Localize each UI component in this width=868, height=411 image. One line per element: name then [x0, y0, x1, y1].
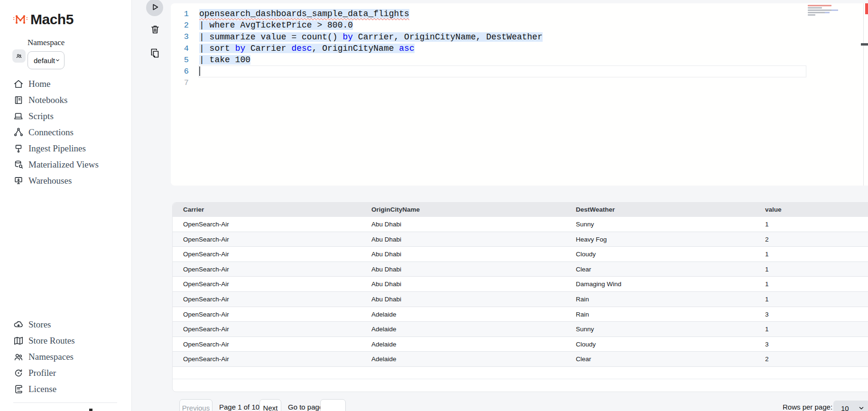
sidebar-item-label: Home — [28, 79, 50, 89]
sidebar-divider — [13, 402, 117, 403]
sidebar-item-notebooks[interactable]: Notebooks — [0, 92, 132, 108]
table-cell: Adelaide — [361, 307, 565, 322]
table-cell: Heavy Fog — [565, 232, 755, 247]
table-row[interactable]: OpenSearch-AirAbu DhabiDamaging Wind1 — [173, 277, 868, 292]
table-cell: Cloudy — [565, 337, 755, 352]
notebooks-icon — [13, 95, 24, 105]
code-token: | summarize value = count() — [199, 32, 342, 42]
sidebar-item-label: Materialized Views — [28, 159, 99, 170]
table-cell: OpenSearch-Air — [173, 352, 361, 366]
goto-page-input[interactable] — [320, 399, 346, 411]
delete-query-button[interactable] — [149, 24, 161, 35]
sidebar-item-ingest-pipelines[interactable]: Ingest Pipelines — [0, 140, 132, 157]
sidebar-cutoff-item — [89, 409, 92, 411]
rows-per-page-label: Rows per page: — [783, 403, 832, 411]
sidebar-item-materialized-views[interactable]: Materialized Views — [0, 157, 132, 173]
table-cell: 1 — [755, 322, 868, 336]
table-cell: Damaging Wind — [565, 277, 755, 291]
column-header-carrier[interactable]: Carrier — [173, 203, 361, 217]
mach5-logo-icon — [12, 10, 28, 28]
keyword-token: by — [342, 32, 353, 42]
code-token: , OriginCityName — [312, 44, 399, 53]
table-cell: 2 — [755, 232, 868, 247]
chevron-down-icon — [55, 57, 60, 64]
table-cell: 1 — [755, 262, 868, 277]
code-text: | summarize value = count() by Carrier, … — [199, 32, 543, 42]
sidebar-item-label: Stores — [28, 319, 51, 330]
table-header-row: CarrierOriginCityNameDestWeathervalue — [173, 203, 868, 217]
sidebar-item-namespaces[interactable]: Namespaces — [0, 349, 132, 365]
line-number: 4 — [171, 44, 189, 53]
chevron-down-icon — [858, 405, 865, 411]
sidebar-item-scripts[interactable]: Scripts — [0, 108, 132, 124]
line-number: 7 — [171, 78, 189, 87]
table-row[interactable]: OpenSearch-AirAdelaideClear2 — [173, 352, 868, 367]
table-cell: Adelaide — [361, 322, 565, 336]
next-page-button[interactable]: Next — [259, 399, 281, 411]
table-cell: OpenSearch-Air — [173, 247, 361, 262]
play-icon — [149, 2, 160, 14]
code-token: Carrier — [245, 44, 291, 53]
sidebar-item-label: Warehouses — [28, 176, 72, 186]
sidebar-nav-bottom: StoresStore RoutesNamespacesProfilerLice… — [0, 317, 132, 397]
table-row[interactable]: OpenSearch-AirAbu DhabiRain1 — [173, 292, 868, 307]
sidebar-item-license[interactable]: License — [0, 381, 132, 397]
minimap-separator — [863, 3, 864, 186]
copy-icon — [149, 53, 161, 60]
current-line-highlight — [198, 65, 806, 77]
code-token: Carrier, OriginCityName, DestWeather — [353, 32, 543, 42]
table-body: OpenSearch-AirAbu DhabiSunny1OpenSearch-… — [173, 217, 868, 367]
table-row[interactable]: OpenSearch-AirAbu DhabiSunny1 — [173, 217, 868, 232]
run-query-button[interactable] — [146, 0, 163, 16]
sidebar-item-stores[interactable]: Stores — [0, 317, 132, 333]
table-cell: Rain — [565, 292, 755, 307]
code-line-2[interactable]: 2| where AvgTicketPrice > 800.0 — [171, 19, 868, 31]
namespace-label: Namespace — [28, 38, 65, 47]
code-text: | sort by Carrier desc, OriginCityName a… — [199, 44, 415, 53]
code-token: opensearch_dashboards_sample_data_flight… — [199, 9, 409, 19]
column-header-origincityname[interactable]: OriginCityName — [361, 203, 565, 217]
table-row[interactable]: OpenSearch-AirAbu DhabiCloudy1 — [173, 247, 868, 262]
scripts-icon — [13, 111, 24, 121]
code-line-5[interactable]: 5| take 100 — [171, 54, 868, 65]
table-cell: OpenSearch-Air — [173, 262, 361, 277]
copy-query-button[interactable] — [149, 47, 161, 59]
table-cell: Adelaide — [361, 337, 565, 352]
sidebar-item-profiler[interactable]: Profiler — [0, 365, 132, 381]
table-cell: Abu Dhabi — [361, 262, 565, 277]
stores-icon — [13, 319, 24, 330]
table-footer-divider — [173, 379, 868, 379]
code-line-1[interactable]: 1opensearch_dashboards_sample_data_fligh… — [171, 8, 868, 19]
column-header-destweather[interactable]: DestWeather — [565, 203, 755, 217]
table-cell: Abu Dhabi — [361, 232, 565, 247]
query-editor[interactable]: 1opensearch_dashboards_sample_data_fligh… — [171, 3, 868, 186]
table-row[interactable]: OpenSearch-AirAdelaideRain3 — [173, 307, 868, 322]
code-line-4[interactable]: 4| sort by Carrier desc, OriginCityName … — [171, 43, 868, 54]
editor-minimap[interactable] — [808, 5, 861, 50]
sidebar: Mach5 Namespace default HomeNotebooksScr… — [0, 0, 132, 411]
table-row[interactable]: OpenSearch-AirAbu DhabiHeavy Fog2 — [173, 232, 868, 247]
table-cell: Cloudy — [565, 247, 755, 262]
table-cell: OpenSearch-Air — [173, 232, 361, 247]
table-row[interactable]: OpenSearch-AirAdelaideCloudy3 — [173, 337, 868, 352]
store-routes-icon — [13, 336, 24, 346]
rows-per-page-select[interactable]: 10 — [833, 401, 868, 411]
code-line-6[interactable]: 6 — [171, 65, 868, 77]
sidebar-item-warehouses[interactable]: Warehouses — [0, 173, 132, 189]
table-row[interactable]: OpenSearch-AirAdelaideSunny1 — [173, 322, 868, 337]
code-text: opensearch_dashboards_sample_data_flight… — [199, 9, 409, 19]
code-line-3[interactable]: 3| summarize value = count() by Carrier,… — [171, 31, 868, 43]
previous-page-button[interactable]: Previous — [179, 399, 212, 411]
column-header-value[interactable]: value — [755, 203, 868, 217]
sidebar-item-home[interactable]: Home — [0, 76, 132, 92]
table-cell: Abu Dhabi — [361, 277, 565, 291]
sidebar-item-connections[interactable]: Connections — [0, 124, 132, 140]
table-cell: OpenSearch-Air — [173, 307, 361, 322]
sidebar-item-store-routes[interactable]: Store Routes — [0, 333, 132, 349]
overview-ruler-cursor-marker — [861, 43, 868, 46]
code-line-7[interactable]: 7 — [171, 77, 868, 89]
namespace-select[interactable]: default — [28, 51, 65, 69]
code-area[interactable]: 1opensearch_dashboards_sample_data_fligh… — [171, 8, 868, 89]
license-icon — [13, 384, 24, 394]
table-row[interactable]: OpenSearch-AirAbu DhabiClear1 — [173, 262, 868, 277]
